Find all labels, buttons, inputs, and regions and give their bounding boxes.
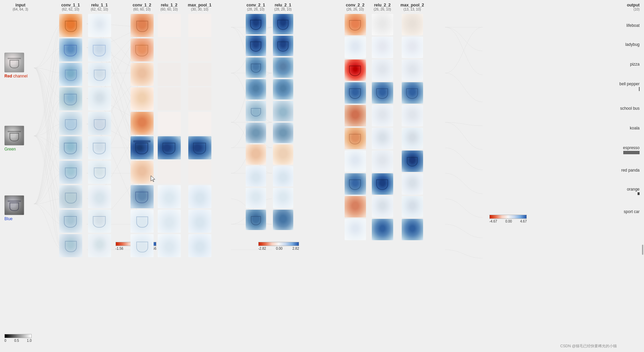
fm-conv22-4: [345, 105, 366, 126]
fm-conv12-2: [130, 63, 154, 86]
fm-relu12-1: [158, 38, 181, 61]
fm-relu21-1: [273, 36, 293, 56]
fm-mp2-4: [402, 105, 423, 126]
cb12-max: 2.82: [293, 247, 299, 250]
fm-mp2-6: [402, 151, 423, 172]
relu-1-2-title: relu_1_2: [156, 3, 182, 7]
fm-conv12-6: [130, 161, 154, 184]
conv-2-2-maps: [343, 14, 367, 240]
fm-relu12-8: [158, 210, 181, 233]
conv-2-1-dims: (28, 28, 10): [245, 7, 267, 11]
colorbar-mid: 0.5: [14, 339, 19, 342]
conv-1-2-maps: [129, 14, 155, 257]
fm-conv11-8: [59, 210, 82, 233]
colorbar-conv21-gradient: [489, 215, 527, 219]
fm-relu12-2: [158, 63, 181, 86]
red-channel-label: Red channel: [4, 74, 28, 78]
fm-conv21-3: [246, 79, 266, 100]
cb12-min: -2.82: [258, 247, 266, 250]
red-channel-image: [4, 53, 24, 72]
fm-mp1-5: [188, 136, 211, 159]
conv-1-2-column: conv_1_2 (60, 60, 10): [129, 0, 155, 257]
fm-relu22-0: [372, 14, 393, 35]
fm-relu11-7: [88, 185, 111, 208]
cb21-min: -4.67: [489, 219, 497, 223]
conv-1-1-header: conv_1_1 (62, 62, 10): [58, 0, 83, 11]
fm-conv11-4: [59, 112, 82, 135]
fm-conv22-5: [345, 128, 366, 149]
fm-conv21-5: [246, 123, 266, 143]
cb12-mid: 0.00: [276, 247, 282, 250]
max-pool-1-title: max_pool_1: [187, 3, 212, 7]
output-label-orange: orange: [627, 187, 640, 192]
relu-2-2-header: relu_2_2 (26, 26, 10): [370, 0, 394, 11]
fm-relu11-8: [88, 210, 111, 233]
fm-conv11-0: [59, 14, 82, 37]
fm-relu22-7: [372, 173, 393, 195]
conv-2-2-header: conv_2_2 (26, 26, 10): [343, 0, 367, 11]
output-label-lifeboat: lifeboat: [626, 23, 640, 28]
relu-1-2-column: relu_1_2 (60, 60, 10): [156, 0, 182, 257]
fm-mp2-0: [402, 14, 423, 35]
watermark: CSDN @猫毛已经快要稀光的小猫: [560, 344, 617, 349]
conv-1-2-dims: (60, 60, 10): [129, 7, 155, 11]
output-title: output: [602, 3, 640, 7]
fm-conv12-0: [130, 14, 154, 37]
fm-mp2-9: [402, 219, 423, 240]
output-item-red-panda: red panda: [621, 168, 640, 173]
colorbar-conv12-labels: -2.82 0.00 2.82: [258, 247, 299, 250]
relu-1-2-maps: [156, 14, 182, 257]
conv-1-2-title: conv_1_2: [129, 3, 155, 7]
relu-1-1-title: relu_1_1: [87, 3, 112, 7]
fm-mp2-8: [402, 196, 423, 217]
relu-1-1-header: relu_1_1 (62, 62, 10): [87, 0, 112, 11]
conv-1-2-header: conv_1_2 (60, 60, 10): [129, 0, 155, 11]
output-label-school-bus: school bus: [620, 106, 640, 111]
fm-relu21-6: [273, 144, 293, 165]
conv-1-1-dims: (62, 62, 10): [58, 7, 83, 11]
output-item-ladybug: ladybug: [625, 42, 640, 47]
conv-2-1-title: conv_2_1: [245, 3, 267, 7]
fm-relu21-5: [273, 123, 293, 143]
output-items-list: lifeboat ladybug pizza bell pepper schoo…: [602, 23, 642, 215]
fm-relu22-5: [372, 128, 393, 149]
fm-relu21-9: [273, 210, 293, 230]
fm-relu12-7: [158, 185, 181, 208]
fm-relu21-8: [273, 188, 293, 208]
relu-2-1-header: relu_2_1 (28, 28, 10): [272, 0, 294, 11]
fm-relu12-4: [158, 112, 181, 135]
scrollbar-indicator: [642, 245, 643, 255]
fm-conv12-5: [130, 136, 154, 159]
output-item-orange: orange: [627, 187, 640, 195]
output-bar-espresso: [623, 151, 640, 154]
fm-relu22-2: [372, 59, 393, 81]
output-dims: (10): [602, 7, 640, 11]
fm-conv12-1: [130, 38, 154, 61]
conv-1-1-maps: [58, 14, 83, 257]
fm-conv11-9: [59, 234, 82, 257]
colorbar-min: 0: [4, 339, 6, 342]
fm-relu12-0: [158, 14, 181, 37]
fm-relu21-3: [273, 79, 293, 100]
fm-relu11-6: [88, 161, 111, 184]
fm-conv22-1: [345, 37, 366, 58]
fm-mp1-1: [188, 38, 211, 61]
max-pool-2-maps: [400, 14, 424, 240]
colorbar-input-gradient: [4, 334, 32, 338]
relu-2-1-column: relu_2_1 (28, 28, 10): [272, 0, 294, 230]
fm-conv22-3: [345, 82, 366, 104]
fm-mp1-7: [188, 185, 211, 208]
output-bar-orange: [638, 192, 640, 195]
fm-relu11-9: [88, 234, 111, 257]
fm-relu12-3: [158, 87, 181, 110]
blue-channel-image: [4, 195, 24, 215]
fm-mp1-6: [188, 161, 211, 184]
fm-relu11-5: [88, 136, 111, 159]
fm-mp1-4: [188, 112, 211, 135]
colorbar-input: 0 0.5 1.0: [4, 334, 32, 342]
input-dims: (64, 64, 3): [2, 7, 39, 11]
fm-conv21-4: [246, 101, 266, 121]
relu-2-2-dims: (26, 26, 10): [370, 7, 394, 11]
colorbar-conv21-labels: -4.67 0.00 4.67: [489, 219, 527, 223]
fm-conv21-8: [246, 188, 266, 208]
